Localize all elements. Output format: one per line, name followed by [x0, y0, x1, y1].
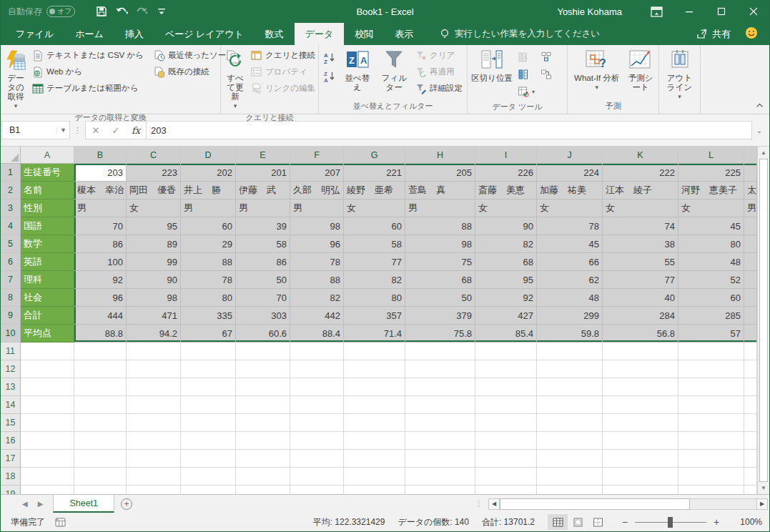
cell-I1[interactable]: 226 — [475, 164, 537, 182]
cell-K10[interactable]: 56.8 — [603, 325, 678, 343]
cell-L11[interactable] — [678, 343, 744, 360]
cell-K5[interactable]: 38 — [603, 235, 678, 253]
cell-G4[interactable]: 60 — [344, 217, 405, 235]
cell-E16[interactable] — [236, 432, 290, 450]
cell-A7[interactable]: 理科 — [21, 271, 74, 289]
cell-B18[interactable] — [74, 468, 127, 486]
row-header-7[interactable]: 7 — [1, 271, 21, 289]
cell-E11[interactable] — [236, 343, 290, 360]
cell-J12[interactable] — [537, 360, 603, 378]
cell-H15[interactable] — [405, 414, 475, 432]
sheet-nav-right-icon[interactable]: ▶ — [38, 500, 44, 508]
cell-L19[interactable] — [678, 486, 744, 494]
cell-I3[interactable]: 女 — [475, 200, 537, 217]
cell-partial-7[interactable] — [744, 271, 757, 289]
cell-L7[interactable]: 52 — [678, 271, 744, 289]
cell-F10[interactable]: 88.4 — [290, 325, 344, 343]
cell-D12[interactable] — [181, 360, 236, 378]
cell-C3[interactable]: 女 — [127, 200, 181, 217]
row-header-10[interactable]: 10 — [1, 325, 21, 343]
cell-K19[interactable] — [603, 486, 678, 494]
cell-H19[interactable] — [405, 486, 475, 494]
cell-E13[interactable] — [236, 378, 290, 396]
cell-C4[interactable]: 95 — [127, 217, 181, 235]
data-validation-button[interactable]: ▾ — [515, 83, 538, 100]
cell-L12[interactable] — [678, 360, 744, 378]
properties-button[interactable]: プロパティ — [248, 64, 318, 80]
feedback-smiley-button[interactable] — [745, 26, 758, 42]
cell-E7[interactable]: 50 — [236, 271, 290, 289]
column-header-H[interactable]: H — [405, 147, 475, 164]
cell-partial-8[interactable] — [744, 289, 757, 307]
row-header-5[interactable]: 5 — [1, 235, 21, 253]
cell-A17[interactable] — [21, 450, 74, 468]
cell-J5[interactable]: 45 — [537, 235, 603, 253]
insert-function-button[interactable]: fx — [126, 125, 146, 136]
cell-D6[interactable]: 88 — [181, 253, 236, 271]
scroll-down-arrow-icon[interactable]: ▼ — [758, 482, 769, 494]
flash-fill-button[interactable] — [515, 49, 538, 66]
cell-F18[interactable] — [290, 468, 344, 486]
sort-ascending-button[interactable]: AZ — [320, 49, 339, 67]
cell-D8[interactable]: 80 — [181, 289, 236, 307]
cell-G14[interactable] — [344, 396, 405, 414]
cell-C5[interactable]: 89 — [127, 235, 181, 253]
column-header-C[interactable]: C — [127, 147, 181, 164]
cell-D15[interactable] — [181, 414, 236, 432]
cell-C11[interactable] — [127, 343, 181, 360]
page-break-preview-button[interactable] — [588, 514, 608, 530]
cell-G12[interactable] — [344, 360, 405, 378]
cell-B19[interactable] — [74, 486, 127, 494]
sheet-nav-left-icon[interactable]: ◀ — [22, 500, 28, 508]
tab-ファイル[interactable]: ファイル — [5, 23, 64, 45]
edit-links-button[interactable]: リンクの編集 — [248, 80, 318, 97]
cell-C6[interactable]: 99 — [127, 253, 181, 271]
row-header-6[interactable]: 6 — [1, 253, 21, 271]
cell-F2[interactable]: 久部 明弘 — [290, 182, 344, 200]
tab-ページ レイアウト[interactable]: ページ レイアウト — [154, 23, 255, 45]
cell-K3[interactable]: 女 — [603, 200, 678, 217]
text-to-columns-button[interactable]: 区切り位置 — [469, 46, 515, 83]
cell-B12[interactable] — [74, 360, 127, 378]
cell-G15[interactable] — [344, 414, 405, 432]
cell-H11[interactable] — [405, 343, 475, 360]
queries-connections-button[interactable]: クエリと接続 — [248, 47, 318, 64]
column-header-L[interactable]: L — [678, 147, 744, 164]
cell-H3[interactable]: 男 — [405, 200, 475, 217]
cell-A15[interactable] — [21, 414, 74, 432]
cell-K9[interactable]: 284 — [603, 307, 678, 325]
cell-J17[interactable] — [537, 450, 603, 468]
cell-I14[interactable] — [475, 396, 537, 414]
cell-F3[interactable]: 男 — [290, 200, 344, 217]
vertical-scrollbar[interactable]: ▲ ▼ — [757, 147, 769, 494]
cell-F16[interactable] — [290, 432, 344, 450]
cell-F19[interactable] — [290, 486, 344, 494]
cell-H16[interactable] — [405, 432, 475, 450]
cell-D7[interactable]: 78 — [181, 271, 236, 289]
cell-B3[interactable]: 男 — [74, 200, 127, 217]
cell-L10[interactable]: 57 — [678, 325, 744, 343]
cell-B17[interactable] — [74, 450, 127, 468]
cell-B6[interactable]: 100 — [74, 253, 127, 271]
cell-K14[interactable] — [603, 396, 678, 414]
row-header-16[interactable]: 16 — [1, 432, 21, 450]
cell-E12[interactable] — [236, 360, 290, 378]
cell-L8[interactable]: 60 — [678, 289, 744, 307]
cell-A19[interactable] — [21, 486, 74, 494]
cell-H6[interactable]: 75 — [405, 253, 475, 271]
cell-K13[interactable] — [603, 378, 678, 396]
cell-L15[interactable] — [678, 414, 744, 432]
cell-partial-6[interactable] — [744, 253, 757, 271]
cell-A1[interactable]: 生徒番号 — [21, 164, 74, 182]
cell-L9[interactable]: 285 — [678, 307, 744, 325]
cell-B13[interactable] — [74, 378, 127, 396]
cell-partial-2[interactable]: 太田 — [744, 182, 757, 200]
cell-B4[interactable]: 70 — [74, 217, 127, 235]
cell-K15[interactable] — [603, 414, 678, 432]
cell-I18[interactable] — [475, 468, 537, 486]
cell-B5[interactable]: 86 — [74, 235, 127, 253]
get-data-button[interactable]: データの取得▾ — [2, 46, 29, 111]
cell-G16[interactable] — [344, 432, 405, 450]
row-header-12[interactable]: 12 — [1, 360, 21, 378]
from-web-button[interactable]: Web から — [29, 64, 147, 80]
